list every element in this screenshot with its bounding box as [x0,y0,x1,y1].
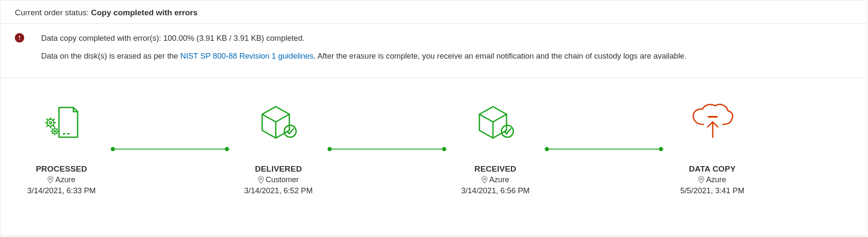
stage-data-copy: DATA COPY Azure 5/5/2021, 3:41 PM [666,103,759,195]
status-label: Current order status: [15,8,91,17]
processed-icon [42,103,81,141]
stage-timestamp: 3/14/2021, 6:52 PM [244,186,313,195]
pin-icon [698,176,704,183]
stage-track: PROCESSED Azure 3/14/2021, 6:33 PM [0,78,867,195]
stage-received: RECEIVED Azure 3/14/2021, 6:56 PM [449,103,542,195]
stage-location-text: Azure [489,175,509,184]
stage-title: RECEIVED [474,164,516,174]
data-copy-error-icon [689,103,736,141]
stage-title: DATA COPY [689,164,736,174]
svg-line-22 [52,133,53,134]
info-line-2: Data on the disk(s) is erased as per the… [41,50,852,62]
received-icon [474,103,517,141]
stage-connector [545,130,663,168]
pin-icon [482,176,487,183]
stage-location: Azure [698,175,726,184]
svg-point-27 [501,125,513,137]
pin-icon [48,176,53,183]
status-info-block: Data copy completed with error(s): 100.0… [0,24,867,78]
status-info-text: Data copy completed with error(s): 100.0… [41,32,852,68]
svg-point-28 [484,178,485,180]
stage-location: Customer [258,175,299,184]
stage-title: PROCESSED [36,164,87,174]
order-status-panel: Current order status: Copy completed wit… [0,0,867,236]
stage-location-text: Customer [266,175,299,184]
svg-rect-0 [19,36,20,38]
stage-location: Azure [48,175,75,184]
stage-delivered: DELIVERED Customer 3/14/2021, 6:52 PM [232,103,325,195]
svg-point-15 [54,130,56,132]
svg-line-21 [56,133,57,134]
status-value: Copy completed with errors [91,8,198,17]
stage-location-text: Azure [706,175,726,184]
status-header: Current order status: Copy completed wit… [0,0,867,24]
stage-connector [111,130,229,168]
svg-line-13 [53,119,54,120]
stage-title: DELIVERED [255,164,302,174]
svg-line-10 [47,119,48,120]
svg-rect-1 [19,39,20,40]
stage-connector [328,130,446,168]
info-line-2-suffix: . After the erasure is complete, you rec… [314,51,686,60]
svg-line-11 [53,125,54,127]
info-line-2-prefix: Data on the disk(s) is erased as per the [41,51,180,60]
svg-line-23 [56,129,57,130]
stage-processed: PROCESSED Azure 3/14/2021, 6:33 PM [15,103,108,195]
svg-line-12 [47,125,48,127]
delivered-icon [257,103,300,141]
stage-timestamp: 5/5/2021, 3:41 PM [680,186,744,195]
pin-icon [258,176,264,183]
svg-point-24 [50,178,51,180]
svg-point-25 [284,125,296,137]
stage-timestamp: 3/14/2021, 6:33 PM [27,186,95,195]
info-line-1: Data copy completed with error(s): 100.0… [41,32,852,44]
stage-timestamp: 3/14/2021, 6:56 PM [461,186,529,195]
svg-point-5 [50,121,52,124]
nist-guidelines-link[interactable]: NIST SP 800-88 Revision 1 guidelines [180,51,314,60]
svg-line-20 [52,129,53,130]
svg-point-31 [700,178,702,180]
stage-location: Azure [482,175,509,184]
svg-point-26 [260,178,262,180]
error-icon [15,33,24,42]
stage-location-text: Azure [55,175,75,184]
